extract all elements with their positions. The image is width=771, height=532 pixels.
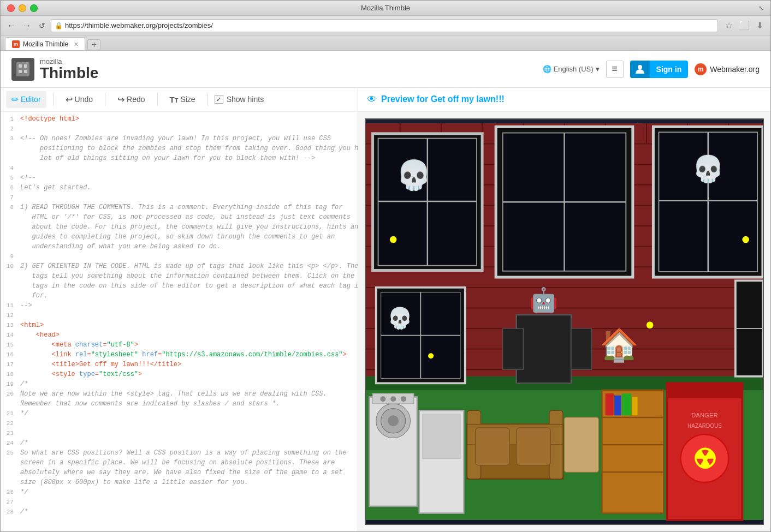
tab-favicon: m <box>12 40 20 48</box>
show-hints-label: Show hints <box>227 95 264 104</box>
toolbar-separator-4 <box>207 93 208 106</box>
svg-rect-62 <box>571 328 592 369</box>
code-line: 11 --> <box>1 301 358 310</box>
new-tab-button[interactable]: + <box>87 39 100 50</box>
svg-point-45 <box>390 236 397 243</box>
address-bar[interactable]: 🔒 https://thimble.webmaker.org/projects/… <box>51 19 718 32</box>
close-button[interactable] <box>7 4 15 12</box>
code-line: 8 1) READ THROUGH THE COMMENTS. This is … <box>1 202 358 212</box>
bin-text: DANGER <box>691 412 717 419</box>
code-line: 27 <box>1 497 358 507</box>
resize-icon[interactable]: ⤡ <box>758 4 764 12</box>
svg-rect-87 <box>606 393 614 415</box>
toolbar-separator-3 <box>157 93 158 106</box>
title-bar-buttons <box>7 4 38 12</box>
browser-window: Mozilla Thimble ⤡ ← → ↺ 🔒 https://thimbl… <box>0 0 771 532</box>
editor-tab[interactable]: ✏ Editor <box>6 91 46 108</box>
preview-frame: 💀 <box>365 118 764 525</box>
code-line: tags tell you something about the inform… <box>1 271 358 281</box>
code-line: 28 /* <box>1 507 358 517</box>
logo-text: mozilla Thimble <box>40 57 98 81</box>
code-line: for. <box>1 291 358 301</box>
svg-point-72 <box>390 396 396 402</box>
signin-text: Sign in <box>650 65 689 74</box>
undo-label: Undo <box>75 95 93 104</box>
svg-rect-60 <box>517 315 571 383</box>
globe-icon: 🌐 <box>543 65 551 73</box>
svg-rect-3 <box>19 70 22 73</box>
toolbar-separator-2 <box>105 93 105 106</box>
code-line: 22 <box>1 419 358 428</box>
preview-header: 👁 Preview for Get off my lawn!!! <box>358 88 770 112</box>
undo-button[interactable]: ↩ Undo <box>60 91 98 108</box>
code-line: 20 Note we are now within the <style> ta… <box>1 389 358 399</box>
radiation-symbol: ☢ <box>692 444 717 475</box>
webmaker-link[interactable]: m Webmaker.org <box>695 63 760 75</box>
svg-rect-92 <box>667 383 743 398</box>
code-line: 24 /* <box>1 438 358 448</box>
forward-button[interactable]: → <box>20 19 33 32</box>
maximize-button[interactable] <box>30 4 38 12</box>
signin-button[interactable]: Sign in <box>630 61 689 78</box>
svg-rect-88 <box>614 396 621 415</box>
show-hints-toggle[interactable]: ✓ Show hints <box>215 95 264 104</box>
code-line: 12 <box>1 310 358 320</box>
code-line: about the code. For this project, the co… <box>1 222 358 232</box>
signin-person-icon <box>630 61 650 78</box>
back-button[interactable]: ← <box>5 19 18 32</box>
code-line: 1 <!doctype html> <box>1 114 358 124</box>
active-tab[interactable]: m Mozilla Thimble × <box>5 37 85 50</box>
house-icon: 🏠 <box>600 326 639 364</box>
app-content: mozilla Thimble 🌐 English (US) ▾ ≡ <box>1 51 770 531</box>
show-hints-checkbox[interactable]: ✓ <box>215 95 223 104</box>
minimize-button[interactable] <box>19 4 26 12</box>
bookmark-button[interactable]: ☆ <box>722 19 736 32</box>
svg-point-63 <box>647 322 654 329</box>
size-button[interactable]: TT Size <box>164 92 201 107</box>
editor-label: Editor <box>21 95 41 104</box>
code-line: 13 <html> <box>1 320 358 330</box>
svg-rect-80 <box>476 428 510 465</box>
svg-rect-90 <box>632 397 638 415</box>
hamburger-button[interactable]: ≡ <box>606 61 624 78</box>
zombie-face-1: 💀 <box>396 158 432 193</box>
editor-pencil-icon: ✏ <box>11 94 19 105</box>
url-text: https://thimble.webmaker.org/projects/zo… <box>65 21 213 29</box>
tab-close-button[interactable]: × <box>74 40 78 49</box>
refresh-button[interactable]: ↺ <box>35 19 49 32</box>
code-line: 18 <style type="text/css"> <box>1 369 358 379</box>
redo-label: Redo <box>127 95 145 104</box>
svg-rect-61 <box>503 328 524 369</box>
svg-point-5 <box>638 65 642 69</box>
code-line: screen in a specific place. We will be f… <box>1 458 358 468</box>
redo-icon: ↪ <box>117 94 124 105</box>
undo-icon: ↩ <box>66 94 73 105</box>
code-line: understanding of what you are being aske… <box>1 242 358 252</box>
code-content[interactable]: 1 <!doctype html> 2 3 <!-- Oh noes! Zomb… <box>1 112 358 531</box>
header-actions: 🌐 English (US) ▾ ≡ Sign in <box>543 61 760 78</box>
game-scene: 💀 <box>366 119 763 524</box>
code-line: 15 <meta charset="utf-8"> <box>1 340 358 350</box>
bin-subtext: HAZARDOUS <box>687 423 722 429</box>
hamburger-icon: ≡ <box>612 63 618 75</box>
download-button[interactable]: ⬇ <box>753 19 766 32</box>
language-button[interactable]: 🌐 English (US) ▾ <box>543 65 600 73</box>
size-icon: TT <box>170 95 179 104</box>
toolbar-separator-1 <box>53 93 54 106</box>
code-line: 26 */ <box>1 487 358 497</box>
code-line: absolutely where we say they are. We hav… <box>1 468 358 477</box>
code-line: 6 Let's get started. <box>1 183 358 193</box>
code-line: 5 <!-- <box>1 173 358 183</box>
redo-button[interactable]: ↪ Redo <box>112 91 150 108</box>
thimble-label: Thimble <box>40 65 98 81</box>
svg-rect-0 <box>16 62 29 76</box>
screenshot-button[interactable]: ⬜ <box>738 19 751 32</box>
lock-icon: 🔒 <box>55 22 63 29</box>
preview-eye-icon: 👁 <box>367 94 377 105</box>
svg-rect-2 <box>24 64 27 68</box>
code-line: lot of old things sitting on your lawn f… <box>1 153 358 163</box>
code-line: 25 So what are CSS positions? Well a CSS… <box>1 448 358 458</box>
code-line: HTML or '/*' for CSS, is not processed a… <box>1 212 358 222</box>
preview-panel: 👁 Preview for Get off my lawn!!! <box>358 88 770 531</box>
svg-point-54 <box>742 236 749 243</box>
